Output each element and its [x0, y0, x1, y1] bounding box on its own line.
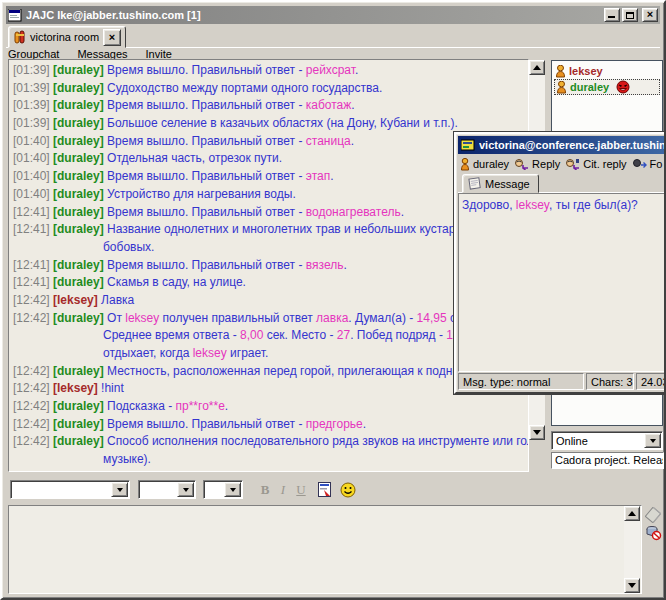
font-color-select[interactable]: [203, 480, 243, 499]
scroll-down-icon[interactable]: [529, 425, 545, 440]
message-text: . Побед подряд -: [350, 328, 446, 342]
timestamp: [12:42]: [13, 417, 53, 431]
popup-user-button[interactable]: duraley: [460, 158, 509, 171]
chat-log[interactable]: [01:39] [duraley] Время вышло. Правильны…: [8, 59, 529, 472]
status-message-input[interactable]: Cadora project. Release: [551, 452, 664, 469]
scroll-up-icon[interactable]: [624, 506, 640, 521]
message-text: Время вышло. Правильный ответ -: [107, 63, 306, 77]
chevron-down-icon[interactable]: [224, 482, 241, 497]
nick-label: [duraley]: [53, 434, 104, 448]
tab-close-button[interactable]: ×: [103, 29, 121, 46]
minimize-button[interactable]: [604, 8, 620, 22]
timestamp: [12:41]: [13, 258, 53, 272]
popup-message-view[interactable]: Здорово, leksey, ты где был(а)?: [458, 193, 666, 372]
devil-emote-icon: [616, 80, 630, 94]
cit-reply-button[interactable]: Cit. reply: [565, 158, 626, 170]
italic-button[interactable]: I: [275, 482, 291, 498]
roster-item-duraley[interactable]: duraley: [554, 79, 660, 95]
message-input[interactable]: [8, 505, 642, 594]
chat-line: [01:40] [duraley] Время вышло. Правильны…: [13, 168, 528, 186]
timestamp: [01:39]: [13, 63, 53, 77]
highlighted-text: каботаж: [306, 98, 352, 112]
message-text: Большое селение в казачьих областях (на …: [107, 116, 458, 130]
message-text: отдыхает, когда: [103, 346, 193, 360]
font-size-select[interactable]: [138, 480, 196, 499]
highlighted-text: leksey: [193, 346, 227, 360]
message-text: Местность, расположенная перед горой, пр…: [107, 364, 490, 378]
message-text: Время вышло. Правильный ответ -: [107, 169, 306, 183]
timestamp: [12:41]: [13, 205, 53, 219]
chat-line: [12:42] [leksey] !hint: [13, 380, 528, 398]
chat-popup-window: victorina@conference.jabber.tushino.com …: [454, 132, 666, 394]
roster-name: leksey: [569, 65, 603, 77]
popup-titlebar[interactable]: victorina@conference.jabber.tushino.com: [458, 136, 666, 154]
tab-message[interactable]: Message: [462, 174, 539, 193]
message-text: Подсказка -: [107, 399, 175, 413]
chat-line: [12:42] [duraley] Способ исполнения посл…: [13, 433, 528, 451]
user-icon: [460, 158, 470, 171]
timestamp: [12:42]: [13, 364, 53, 378]
timestamp: [01:39]: [13, 116, 53, 130]
highlighted-text: leksey: [516, 198, 549, 212]
message-text: .: [351, 98, 354, 112]
nick-label: [duraley]: [53, 258, 104, 272]
reply-button[interactable]: Reply: [514, 158, 560, 170]
chevron-down-icon[interactable]: [644, 433, 661, 448]
message-text: Устройство для нагревания воды.: [107, 187, 296, 201]
highlighted-text: водонагреватель: [306, 205, 401, 219]
chevron-down-icon[interactable]: [111, 482, 128, 497]
message-text: Время вышло. Правильный ответ -: [107, 258, 306, 272]
scroll-down-icon[interactable]: [624, 578, 640, 593]
message-text: .: [225, 399, 228, 413]
nick-label: [leksey]: [53, 293, 98, 307]
underline-button[interactable]: U: [293, 482, 309, 498]
nick-label: [duraley]: [53, 311, 104, 325]
chat-line: [12:42] [duraley] Время вышло. Правильны…: [13, 416, 528, 434]
smiley-icon[interactable]: [339, 481, 357, 499]
highlighted-text: пр**го**е: [176, 399, 225, 413]
char-count-status: Chars: 31: [586, 373, 634, 390]
font-family-select[interactable]: [10, 480, 130, 499]
chat-line: [01:40] [duraley] Отдельная часть, отрез…: [13, 150, 528, 168]
chat-line: [01:39] [duraley] Время вышло. Правильны…: [13, 97, 528, 115]
chat-messages: [01:39] [duraley] Время вышло. Правильны…: [13, 62, 528, 469]
message-text: Название однолетних и многолетних трав и…: [107, 222, 496, 236]
bold-button[interactable]: B: [257, 482, 273, 498]
chat-line: музыке).: [103, 451, 528, 469]
timestamp: [01:39]: [13, 81, 53, 95]
message-text: .: [363, 417, 366, 431]
message-text: Отдельная часть, отрезок пути.: [107, 151, 282, 165]
chat-line: [12:42] [duraley] Местность, расположенн…: [13, 363, 528, 381]
maximize-button[interactable]: [622, 8, 638, 22]
roster-name: duraley: [570, 81, 609, 93]
highlighted-text: 1: [446, 328, 453, 342]
titlebar[interactable]: JAJC lke@jabber.tushino.com [1] ×: [6, 6, 660, 24]
highlighted-text: 27: [337, 328, 350, 342]
timestamp: [01:40]: [13, 169, 53, 183]
message-text: .: [401, 205, 404, 219]
popup-toolbar: duraley Reply Cit. reply Fo: [458, 155, 666, 173]
message-text: .: [351, 134, 354, 148]
timestamp: [12:42]: [13, 293, 53, 307]
chevron-down-icon[interactable]: [177, 482, 194, 497]
highlighted-text: этап: [306, 169, 330, 183]
composer-toolbar: B I U: [6, 475, 660, 504]
app-window: JAJC lke@jabber.tushino.com [1] × victor…: [0, 0, 666, 600]
input-scrollbar[interactable]: [624, 506, 640, 593]
user-icon: [556, 81, 567, 94]
nick-label: [duraley]: [53, 222, 104, 236]
close-button[interactable]: ×: [642, 8, 658, 22]
user-icon: [555, 65, 566, 78]
message-text: Время вышло. Правильный ответ -: [107, 417, 306, 431]
presence-select[interactable]: Online: [551, 431, 663, 450]
scroll-up-icon[interactable]: [529, 60, 545, 75]
roster-item-leksey[interactable]: leksey: [554, 63, 660, 79]
chat-line: [12:42] [leksey] Лавка: [13, 292, 528, 310]
notes-icon[interactable]: [315, 481, 333, 499]
chat-line: [01:39] [duraley] Время вышло. Правильны…: [13, 62, 528, 80]
message-text: Скамья в саду, на улице.: [107, 275, 246, 289]
tab-victorina-room[interactable]: victorina room ×: [8, 26, 126, 48]
no-send-icon[interactable]: [644, 523, 662, 541]
forward-button[interactable]: Fo: [632, 158, 663, 170]
message-text: Судоходство между портами одного государ…: [107, 81, 382, 95]
